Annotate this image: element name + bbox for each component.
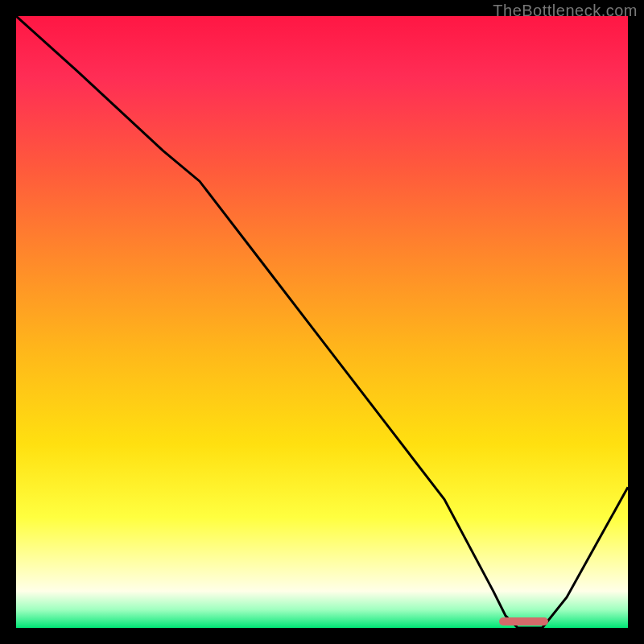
plot-area [16,16,628,628]
optimal-range-bar [499,617,548,625]
gradient-background [16,16,628,628]
watermark-text: TheBottleneck.com [493,2,638,20]
